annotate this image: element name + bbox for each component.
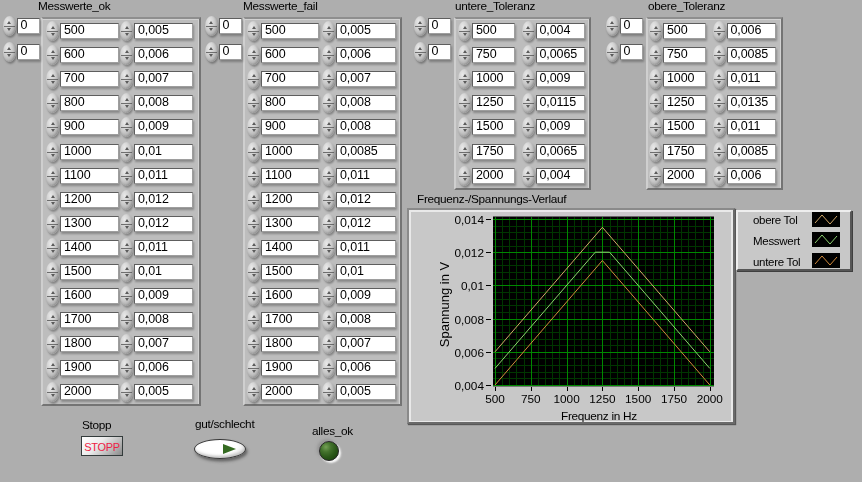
- svg-text:0,01: 0,01: [461, 279, 484, 293]
- svg-text:750: 750: [521, 392, 541, 406]
- svg-text:1250: 1250: [589, 392, 616, 406]
- svg-text:1750: 1750: [661, 392, 688, 406]
- svg-text:0,004: 0,004: [454, 379, 484, 393]
- svg-text:0,014: 0,014: [454, 213, 484, 227]
- svg-text:0,006: 0,006: [454, 346, 484, 360]
- svg-text:2000: 2000: [697, 392, 724, 406]
- svg-text:500: 500: [485, 392, 505, 406]
- svg-text:1500: 1500: [625, 392, 652, 406]
- svg-text:Spannung in V: Spannung in V: [437, 262, 452, 348]
- svg-text:Frequenz in Hz: Frequenz in Hz: [561, 409, 637, 422]
- svg-text:0,008: 0,008: [454, 313, 484, 327]
- svg-text:1000: 1000: [553, 392, 580, 406]
- svg-text:0,012: 0,012: [454, 246, 484, 260]
